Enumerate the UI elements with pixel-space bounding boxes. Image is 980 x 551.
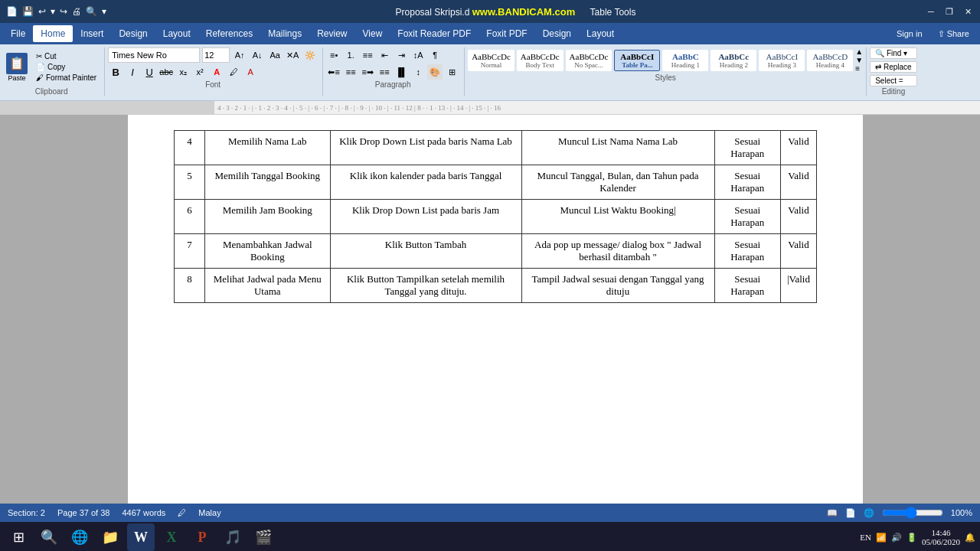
paste-button[interactable]: 📋 Paste <box>3 51 31 83</box>
change-case-btn[interactable]: Aa <box>267 47 283 63</box>
font-size-input[interactable] <box>202 47 230 63</box>
menu-item-design2[interactable]: Design <box>535 25 579 42</box>
subscript-btn[interactable]: x₂ <box>175 64 191 80</box>
title-bar-controls: ─ ❐ ✕ <box>925 5 974 18</box>
menu-item-design[interactable]: Design <box>111 25 155 42</box>
text-highlight-color-btn[interactable]: 🖊 <box>226 64 241 80</box>
menu-item-mailings[interactable]: Mailings <box>260 25 309 42</box>
show-marks-btn[interactable]: ¶ <box>427 47 443 63</box>
search-button[interactable]: 🔍 <box>35 523 63 551</box>
status-right: 📖 📄 🌐 100% <box>827 507 972 519</box>
cell-procedure: Klik Button Tampilkan setelah memilih Ta… <box>330 269 521 303</box>
columns-btn[interactable]: ▐▌ <box>394 64 409 80</box>
cell-expected: Ada pop up message/ dialog box " Jadwal … <box>521 234 714 269</box>
print-preview[interactable]: 🔍 <box>86 6 97 17</box>
italic-button[interactable]: I <box>125 64 140 80</box>
undo-arrow[interactable]: ▾ <box>51 6 55 17</box>
view-print-btn[interactable]: 📄 <box>845 508 856 518</box>
menu-item-view[interactable]: View <box>355 25 390 42</box>
shading-btn[interactable]: 🎨 <box>427 64 443 80</box>
replace-button[interactable]: ⇄ Replace <box>870 61 916 73</box>
style-heading2[interactable]: AaBbCc Heading 2 <box>710 50 756 71</box>
justify-btn[interactable]: ≡≡ <box>377 64 392 80</box>
cut-button[interactable]: ✂Cut <box>33 51 100 61</box>
style-body-text[interactable]: AaBbCcDc Body Text <box>517 50 564 71</box>
clear-format-btn[interactable]: ✕A <box>285 47 300 63</box>
increase-indent-btn[interactable]: ⇥ <box>394 47 409 63</box>
menu-item-references[interactable]: References <box>198 25 260 42</box>
signin-btn[interactable]: Sign in <box>889 26 930 41</box>
style-heading3[interactable]: AaBbCcI Heading 3 <box>759 50 805 71</box>
explorer-btn[interactable]: 📁 <box>96 523 124 551</box>
menu-item-layout2[interactable]: Layout <box>579 25 622 42</box>
font-color-btn[interactable]: A <box>243 64 258 80</box>
undo-btn[interactable]: ↩ <box>38 6 46 17</box>
edge-btn[interactable]: 🌐 <box>66 523 93 551</box>
increase-font-btn[interactable]: A↑ <box>232 47 247 63</box>
doc-title: Proposal Skripsi.d <box>396 7 470 18</box>
decrease-indent-btn[interactable]: ⇤ <box>377 47 392 63</box>
text-color-btn[interactable]: A <box>209 64 224 80</box>
media-btn1[interactable]: 🎵 <box>219 523 247 551</box>
word-btn[interactable]: W <box>127 523 155 551</box>
style-heading1[interactable]: AaBbC Heading 1 <box>662 50 708 71</box>
align-left-btn[interactable]: ⬅≡ <box>326 64 341 80</box>
menu-item-layout[interactable]: Layout <box>155 25 198 42</box>
text-highlight-btn[interactable]: 🔆 <box>302 47 318 63</box>
quick-save[interactable]: 💾 <box>22 6 34 17</box>
share-btn[interactable]: ⇧ Share <box>930 26 977 42</box>
align-right-btn[interactable]: ≡➡ <box>360 64 375 80</box>
format-painter-button[interactable]: 🖌Format Painter <box>33 73 100 83</box>
menu-item-home[interactable]: Home <box>33 25 73 42</box>
underline-button[interactable]: U <box>142 64 157 80</box>
status-left: Section: 2 Page 37 of 38 4467 words 🖊 Ma… <box>8 508 221 517</box>
styles-scroll-up[interactable]: ▲▼≡ <box>855 47 863 73</box>
app-icon: 📄 <box>6 6 18 17</box>
excel-btn[interactable]: X <box>158 523 185 551</box>
view-read-btn[interactable]: 📖 <box>827 508 838 518</box>
find-button[interactable]: 🔍 Find ▾ <box>870 47 916 59</box>
style-table-para[interactable]: AaBbCcI Table Pa... <box>614 50 660 71</box>
copy-button[interactable]: 📄Copy <box>33 62 100 72</box>
start-button[interactable]: ⊞ <box>5 523 32 551</box>
view-web-btn[interactable]: 🌐 <box>864 508 874 518</box>
menu-item-insert[interactable]: Insert <box>73 25 111 42</box>
decrease-font-btn[interactable]: A↓ <box>250 47 265 63</box>
line-spacing-btn[interactable]: ↕ <box>410 64 426 80</box>
sort-btn[interactable]: ↕A <box>410 47 426 63</box>
menu-item-foxit-pdf[interactable]: Foxit PDF <box>479 25 534 42</box>
style-normal[interactable]: AaBbCcDc Normal <box>468 50 514 71</box>
close-btn[interactable]: ✕ <box>962 5 974 18</box>
menu-item-file[interactable]: File <box>3 25 33 42</box>
superscript-btn[interactable]: x² <box>192 64 207 80</box>
quick-print[interactable]: 🖨 <box>72 6 81 17</box>
cell-no: 7 <box>175 234 205 269</box>
zoom-slider[interactable] <box>882 507 943 519</box>
select-button[interactable]: Select = <box>870 75 916 86</box>
menu-item-foxit-reader[interactable]: Foxit Reader PDF <box>390 25 479 42</box>
cell-usecase: Menambahkan Jadwal Booking <box>205 234 331 269</box>
font-name-input[interactable] <box>108 47 200 63</box>
cell-expected[interactable]: Muncul List Waktu Booking <box>521 200 714 234</box>
cell-result: Sesuai Harapan <box>714 165 780 200</box>
powerpoint-btn[interactable]: P <box>188 523 216 551</box>
style-heading4[interactable]: AaBbCcD Heading 4 <box>807 50 853 71</box>
bullets-btn[interactable]: ≡• <box>326 47 341 63</box>
cell-status[interactable]: Valid <box>780 269 816 303</box>
bold-button[interactable]: B <box>108 64 123 80</box>
redo-btn[interactable]: ↪ <box>60 6 67 17</box>
style-no-space[interactable]: AaBbCcDc No Spac... <box>566 50 612 71</box>
menu-item-review[interactable]: Review <box>309 25 354 42</box>
multilevel-btn[interactable]: ≡≡ <box>360 47 375 63</box>
borders-btn[interactable]: ⊞ <box>444 64 459 80</box>
restore-btn[interactable]: ❐ <box>943 5 956 18</box>
cell-usecase[interactable]: Memilih Nama Lab <box>205 131 331 165</box>
strikethrough-btn[interactable]: abc <box>158 64 174 80</box>
media-btn2[interactable]: 🎬 <box>250 523 277 551</box>
notification-btn[interactable]: 🔔 <box>965 533 975 543</box>
lang-indicator: EN <box>860 533 871 542</box>
align-center-btn[interactable]: ≡≡ <box>343 64 358 80</box>
document-scroll[interactable]: 4 Memilih Nama Lab Klik Drop Down List p… <box>11 115 980 504</box>
numbering-btn[interactable]: 1. <box>343 47 358 63</box>
minimize-btn[interactable]: ─ <box>925 5 937 18</box>
